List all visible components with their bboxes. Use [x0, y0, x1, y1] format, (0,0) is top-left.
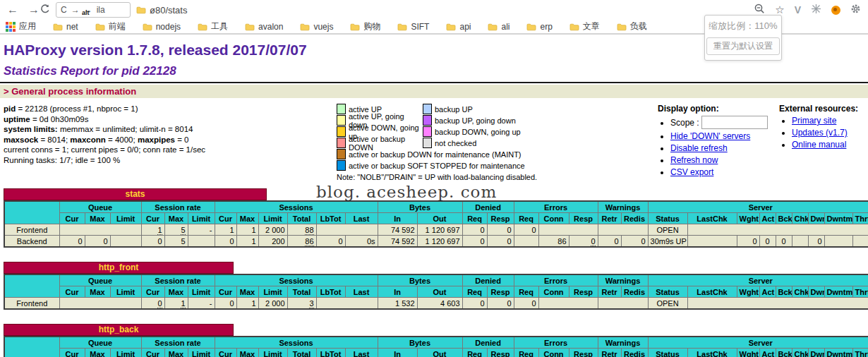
column-header: Resp — [569, 349, 598, 357]
bookmark-folder[interactable]: SIFT — [397, 22, 429, 32]
forward-icon[interactable]: → — [28, 4, 40, 16]
external-resources-title: External resources: — [779, 104, 867, 114]
column-header: Cur — [141, 213, 164, 224]
stat-cell: 0 — [487, 298, 514, 310]
column-group-header: Bytes — [378, 201, 462, 213]
column-header: Chk — [792, 286, 808, 298]
table-row: Frontend01-012 00031 5324 603000OPEN — [4, 298, 868, 310]
folder-icon — [350, 23, 360, 31]
bookmark-folder[interactable]: erp — [526, 22, 552, 32]
stat-cell: 1 — [215, 224, 236, 236]
column-header: In — [378, 213, 417, 224]
stat-cell — [852, 236, 868, 248]
column-header: Dwntme — [824, 349, 852, 357]
legend-swatch — [423, 104, 432, 114]
stat-cell: 0 — [514, 224, 538, 236]
reset-zoom-button[interactable]: 重置为默认设置 — [706, 37, 780, 55]
column-header: Max — [164, 213, 188, 224]
column-header: Redis — [621, 286, 648, 298]
stat-cell: 0 — [621, 236, 648, 248]
reload-icon[interactable] — [40, 4, 50, 17]
name-column-header — [4, 274, 59, 298]
column-header: Thrtle — [852, 349, 868, 357]
stat-cell — [792, 236, 808, 248]
column-group-header: Server — [648, 337, 868, 349]
bookmark-label: net — [66, 22, 78, 32]
bookmark-folder[interactable]: avalon — [245, 22, 283, 32]
v-extension-icon[interactable]: V — [795, 4, 801, 16]
stat-cell — [59, 224, 141, 236]
column-header: Cur — [59, 213, 85, 224]
folder-icon — [95, 23, 105, 31]
column-header: Dwn — [808, 213, 824, 224]
column-header: Max — [85, 349, 110, 357]
status-legend: active UPbackup UPactive UP, going downb… — [337, 104, 548, 181]
table-title[interactable]: stats — [4, 188, 267, 200]
column-header: LastChk — [687, 213, 737, 224]
apps-bookmark[interactable]: 应用 — [6, 20, 36, 32]
bookmark-label: api — [459, 22, 471, 32]
table-title[interactable]: http_back — [4, 324, 234, 336]
bookmark-folder[interactable]: api — [446, 22, 471, 32]
column-group-header: Errors — [514, 337, 598, 349]
browser-window: ← → C → → ila alt ø80/stats ☆ V — [0, 0, 868, 357]
external-resource-link[interactable]: Online manual — [792, 140, 846, 150]
column-header: Max — [236, 349, 258, 357]
scope-input[interactable] — [701, 116, 768, 129]
folder-icon — [136, 6, 146, 14]
column-header: Max — [164, 286, 188, 298]
snowflake-extension-icon[interactable] — [811, 4, 821, 17]
bookmark-folder[interactable]: vuejs — [300, 22, 333, 32]
proxy-section: http_frontQueueSession rateSessionsBytes… — [4, 262, 868, 310]
legend-swatch — [423, 115, 432, 126]
column-header: Out — [417, 349, 462, 357]
back-icon[interactable]: ← — [7, 4, 18, 16]
column-header: LastChk — [687, 286, 737, 298]
display-option-link[interactable]: Hide 'DOWN' servers — [670, 131, 750, 141]
bookmark-folder[interactable]: 购物 — [350, 20, 380, 32]
alt-overlay-text: alt — [82, 9, 90, 16]
stat-cell: 2 000 — [258, 298, 287, 310]
bookmark-folder[interactable]: nodejs — [143, 22, 181, 32]
bookmark-folder[interactable]: 前端 — [95, 20, 126, 32]
display-option-link[interactable]: CSV export — [670, 167, 713, 177]
bookmark-label: nodejs — [156, 22, 181, 32]
column-header: Limit — [110, 286, 141, 298]
bookmark-folder[interactable]: 文章 — [569, 20, 600, 32]
external-resource-link[interactable]: Primary site — [792, 116, 836, 126]
apps-grid-icon — [6, 22, 16, 32]
gear-icon[interactable] — [850, 4, 861, 17]
bookmark-label: 负载 — [630, 20, 647, 32]
stat-cell: OPEN — [648, 224, 687, 236]
stat-cell: 86 — [538, 236, 569, 248]
folder-icon — [397, 23, 407, 31]
address-bar[interactable]: C → → ila alt — [56, 2, 131, 18]
bookmark-folder[interactable]: ali — [488, 22, 510, 32]
table-title[interactable]: http_front — [4, 262, 234, 274]
snail-extension-icon[interactable] — [831, 6, 840, 15]
stats-table: QueueSession rateSessionsBytesDeniedErro… — [4, 274, 868, 310]
column-group-header: Session rate — [141, 337, 215, 349]
display-option-link[interactable]: Disable refresh — [670, 143, 728, 153]
column-header: Limit — [110, 213, 141, 224]
display-option-link[interactable]: Refresh now — [670, 155, 718, 165]
name-column-header — [4, 337, 59, 357]
bookmark-folder[interactable]: 工具 — [198, 20, 228, 32]
stat-cell: 1 120 697 — [417, 224, 462, 236]
url-area[interactable]: ø80/stats — [136, 5, 187, 16]
stat-cell: 5 — [164, 236, 188, 248]
external-resources-list: Primary siteUpdates (v1.7)Online manual — [779, 116, 867, 150]
bookmark-folder[interactable]: net — [53, 22, 78, 32]
column-group-header: Sessions — [215, 274, 378, 286]
column-header: In — [378, 286, 417, 298]
stat-cell: 0 — [462, 236, 487, 248]
column-header: Limit — [258, 349, 287, 357]
stat-cell — [188, 236, 215, 248]
column-header: Bck — [776, 349, 792, 357]
bookmark-folder[interactable]: 负载 — [617, 20, 647, 32]
stat-cell: 0 — [569, 236, 598, 248]
url-text: ø80/stats — [150, 5, 187, 16]
external-resource-link[interactable]: Updates (v1.7) — [792, 128, 848, 138]
column-group-header: Queue — [59, 274, 141, 286]
legend-swatch — [423, 138, 432, 148]
